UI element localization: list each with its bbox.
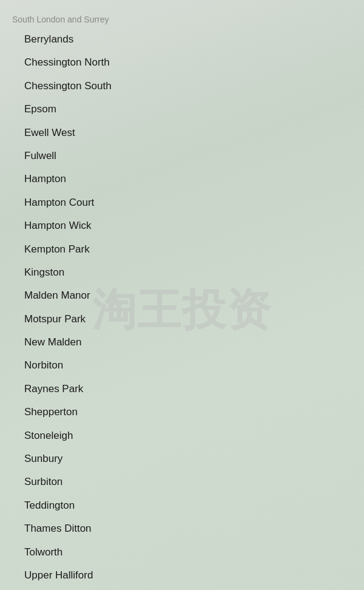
- list-item[interactable]: Worcester Park: [0, 587, 364, 590]
- section-header: South London and Surrey: [0, 10, 364, 28]
- list-item[interactable]: Chessington North: [0, 51, 364, 74]
- list-item[interactable]: Raynes Park: [0, 378, 364, 401]
- list-item[interactable]: Hampton Wick: [0, 214, 364, 237]
- list-item[interactable]: Upper Halliford: [0, 564, 364, 587]
- list-item[interactable]: Ewell West: [0, 121, 364, 144]
- list-item[interactable]: Malden Manor: [0, 284, 364, 307]
- list-item[interactable]: Tolworth: [0, 541, 364, 564]
- list-item[interactable]: Motspur Park: [0, 308, 364, 331]
- list-item[interactable]: Kingston: [0, 261, 364, 284]
- list-item[interactable]: Hampton Court: [0, 191, 364, 214]
- list-item[interactable]: Kempton Park: [0, 238, 364, 261]
- list-item[interactable]: Teddington: [0, 494, 364, 517]
- list-item[interactable]: Shepperton: [0, 401, 364, 424]
- list-item[interactable]: Stoneleigh: [0, 424, 364, 447]
- list-item[interactable]: Fulwell: [0, 144, 364, 168]
- list-item[interactable]: Berrylands: [0, 28, 364, 51]
- list-item[interactable]: Norbiton: [0, 354, 364, 377]
- list-item[interactable]: Surbiton: [0, 470, 364, 493]
- list-item[interactable]: Hampton: [0, 168, 364, 191]
- list-item[interactable]: Epsom: [0, 98, 364, 121]
- list-item[interactable]: Chessington South: [0, 75, 364, 98]
- station-list: BerrylandsChessington NorthChessington S…: [0, 28, 364, 590]
- main-content: South London and Surrey BerrylandsChessi…: [0, 0, 364, 590]
- list-item[interactable]: Sunbury: [0, 447, 364, 470]
- list-item[interactable]: Thames Ditton: [0, 517, 364, 540]
- list-item[interactable]: New Malden: [0, 331, 364, 354]
